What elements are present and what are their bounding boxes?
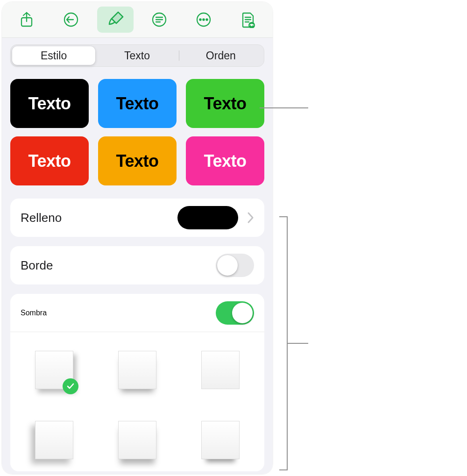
shadow-option-5[interactable] — [201, 421, 240, 459]
preset-swatch-2[interactable]: Texto — [186, 79, 264, 128]
shadow-label: Sombra — [21, 309, 47, 317]
preset-swatch-3[interactable]: Texto — [10, 136, 89, 185]
document-view-button[interactable] — [230, 7, 266, 33]
border-row: Borde — [10, 246, 264, 284]
fill-color-swatch — [177, 206, 238, 229]
insert-button[interactable] — [141, 7, 177, 33]
tab-texto[interactable]: Texto — [95, 46, 178, 65]
svg-point-5 — [203, 19, 204, 20]
preset-label: Texto — [204, 151, 247, 171]
top-toolbar — [2, 2, 273, 38]
style-presets-grid: Texto Texto Texto Texto Texto Texto — [10, 79, 264, 185]
tab-label: Orden — [206, 50, 236, 62]
preset-label: Texto — [116, 151, 159, 171]
fill-row[interactable]: Relleno — [10, 199, 264, 237]
shadow-header-row: Sombra — [10, 294, 264, 332]
shadow-option-0[interactable] — [35, 351, 73, 389]
shadow-option-2[interactable] — [201, 351, 240, 389]
preset-label: Texto — [116, 94, 159, 114]
preset-label: Texto — [28, 151, 71, 171]
tab-label: Estilo — [41, 50, 67, 62]
preset-swatch-0[interactable]: Texto — [10, 79, 89, 128]
fill-label: Relleno — [21, 211, 62, 225]
undo-button[interactable] — [53, 7, 89, 33]
shadow-option-4[interactable] — [118, 421, 156, 459]
preset-swatch-1[interactable]: Texto — [98, 79, 177, 128]
preset-swatch-4[interactable]: Texto — [98, 136, 177, 185]
more-button[interactable] — [185, 7, 222, 33]
chevron-right-icon — [247, 211, 254, 224]
svg-point-4 — [199, 19, 201, 20]
panel-body: Estilo Texto Orden Texto Texto Texto Tex… — [2, 38, 273, 474]
callout-line — [287, 343, 308, 344]
callout-line — [260, 107, 308, 108]
segmented-control: Estilo Texto Orden — [10, 44, 264, 67]
shadow-card: Sombra — [10, 294, 264, 471]
checkmark-icon — [63, 378, 78, 394]
preset-label: Texto — [28, 94, 71, 114]
shadow-toggle[interactable] — [216, 301, 254, 325]
shadow-option-3[interactable] — [35, 421, 73, 459]
preset-swatch-5[interactable]: Texto — [186, 136, 264, 185]
tab-label: Texto — [124, 50, 150, 62]
format-panel: Estilo Texto Orden Texto Texto Texto Tex… — [2, 2, 273, 474]
tab-estilo[interactable]: Estilo — [12, 46, 95, 65]
preset-label: Texto — [204, 94, 247, 114]
border-toggle[interactable] — [216, 254, 254, 277]
border-label: Borde — [21, 258, 53, 273]
share-button[interactable] — [8, 7, 45, 33]
tab-orden[interactable]: Orden — [179, 46, 262, 65]
svg-point-6 — [206, 19, 207, 20]
shadow-options-grid — [10, 332, 264, 466]
shadow-option-1[interactable] — [118, 351, 156, 389]
format-brush-button[interactable] — [97, 7, 134, 33]
